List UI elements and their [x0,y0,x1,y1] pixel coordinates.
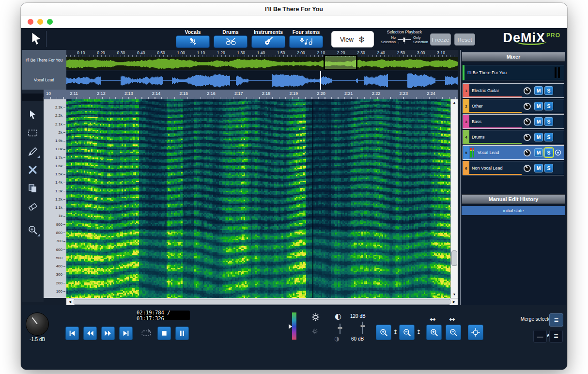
ruler-tick-label: 3:00 [417,50,425,57]
mute-button[interactable]: M [534,86,543,95]
fast-forward-button[interactable] [101,327,115,340]
solo-button[interactable]: S [544,148,553,157]
track-name: Vocal Lead [475,146,522,159]
pan-knob[interactable] [524,149,531,156]
solo-button[interactable]: S [544,133,553,141]
db-range-slider[interactable] [359,322,366,334]
pause-button[interactable] [175,327,189,340]
contrast-icon[interactable]: ◐ [335,312,341,321]
secondary-gear-icon[interactable] [312,327,318,336]
microphone-icon [187,36,198,47]
delete-tool[interactable] [27,164,39,176]
solo-button[interactable]: S [544,164,553,172]
loop-button[interactable] [139,327,153,340]
contrast-mini-slider[interactable] [337,324,343,334]
rewind-button[interactable] [83,327,97,340]
mixer-track-vocal-lead[interactable]: 5 Vocal Lead M S [463,145,564,160]
overview-selection-box[interactable] [324,55,357,70]
zoom-in-vertical-button[interactable] [376,325,391,340]
vertical-scroll-track[interactable] [451,106,458,291]
ruler-tick-label: 0:20 [97,50,105,57]
mixer-track-non-vocal-lead[interactable]: 6 Non Vocal Lead M S [463,161,564,175]
scroll-left-arrow-icon[interactable]: ◀ [66,298,74,305]
history-item-initial-state[interactable]: initial state [462,206,565,215]
mixer-track-bass[interactable]: 3 Bass M S [463,114,564,129]
overview-waveform[interactable] [66,57,458,70]
selection-playback-slider-handle[interactable] [403,37,405,42]
colormap-slider[interactable] [292,312,296,340]
pan-knob[interactable] [524,165,531,172]
four-stems-button[interactable] [289,35,323,48]
zoom-tool[interactable] [27,224,39,236]
horizontal-scroll-thumb[interactable] [74,299,450,305]
zoom-to-selection-button[interactable] [468,325,483,340]
marquee-select-tool[interactable] [27,127,39,139]
horizontal-scrollbar[interactable]: ◀ ▶ [66,298,458,305]
track-name: Non Vocal Lead [469,161,522,175]
vertical-scrollbar[interactable]: ▲ ▼ [450,99,458,298]
tool-palette-tab[interactable] [22,94,44,101]
mute-button[interactable]: M [534,133,543,141]
mixer-track-drums[interactable]: 4 Drums M S [463,130,564,144]
merge-menu-button[interactable]: ≡ [549,313,563,327]
zoom-out-horizontal-button[interactable] [446,325,461,340]
mute-button[interactable]: M [534,148,543,157]
instruments-stem-button[interactable] [251,35,285,48]
solo-button[interactable]: S [544,102,553,110]
minimize-window-button[interactable] [37,19,43,25]
pan-knob[interactable] [524,134,531,141]
mute-button[interactable]: M [534,117,543,126]
scroll-up-arrow-icon[interactable]: ▲ [451,99,458,106]
stem-group-instruments: Instruments [250,29,287,48]
reset-button[interactable]: Reset [454,33,475,46]
frequency-label: 400 [44,265,65,268]
mute-button[interactable]: M [534,102,543,110]
close-window-button[interactable] [28,19,33,25]
scroll-right-arrow-icon[interactable]: ▶ [450,298,458,305]
pointer-tool[interactable] [27,109,39,121]
pen-tool[interactable] [27,146,39,157]
freeze-button[interactable]: Freeze [430,33,451,46]
vocal-lead-overview-waveform[interactable] [66,71,458,90]
stop-button[interactable] [157,327,171,340]
view-button[interactable]: View ❄ [331,31,374,47]
overview-timeline-ruler[interactable]: 0:100:200:300:400:501:001:101:201:301:40… [66,50,458,57]
zoom-timeline-ruler[interactable]: 102:112:122:132:142:152:162:172:182:192:… [44,90,458,99]
colormap-slider-handle[interactable] [289,324,292,329]
overview-label-column: I'll Be There For You Vocal Lead [22,50,66,90]
window-title: I'll Be There For You [265,6,323,13]
master-track[interactable]: I'll Be There For You [463,65,564,80]
scroll-down-arrow-icon[interactable]: ▼ [451,291,458,298]
ruler-tick-label: 2:24 [427,91,435,99]
selection-playback-slider[interactable] [398,37,411,44]
skip-to-start-button[interactable] [65,327,79,340]
maximize-window-button[interactable] [47,19,53,25]
zoom-in-horizontal-button[interactable] [426,325,442,340]
drums-stem-button[interactable] [214,35,248,48]
solo-button[interactable]: S [544,86,553,95]
record-target-icon[interactable] [553,149,562,156]
ruler-tick-label: 2:12 [97,91,106,99]
skip-to-end-button[interactable] [119,327,133,340]
settings-gear-icon[interactable] [311,313,320,323]
duplicate-tool[interactable] [27,183,39,194]
pan-knob[interactable] [524,103,531,110]
eraser-tool[interactable] [27,201,39,213]
mixer-track-other[interactable]: 2 Other M S [463,99,564,113]
brightness-icon[interactable]: ◑ [334,335,339,342]
mixer-track-electric-guitar[interactable]: 1 Electric Guitar M S [463,83,564,98]
spectrogram[interactable] [66,99,450,298]
frequency-label: 2.3k [44,106,65,109]
frequency-label: 1.8k [44,147,65,151]
vocals-stem-button[interactable] [176,35,210,48]
bounce-minimize-button[interactable]: — [533,330,547,343]
toolbar-divider [46,31,46,47]
pan-knob[interactable] [524,118,531,125]
pan-knob[interactable] [524,87,531,94]
bounce-menu-button[interactable]: ≡ [549,330,563,343]
zoom-out-vertical-button[interactable] [399,325,415,340]
mute-button[interactable]: M [534,164,543,172]
volume-knob[interactable] [26,312,49,336]
vertical-scroll-thumb[interactable] [451,250,457,266]
solo-button[interactable]: S [544,117,553,126]
